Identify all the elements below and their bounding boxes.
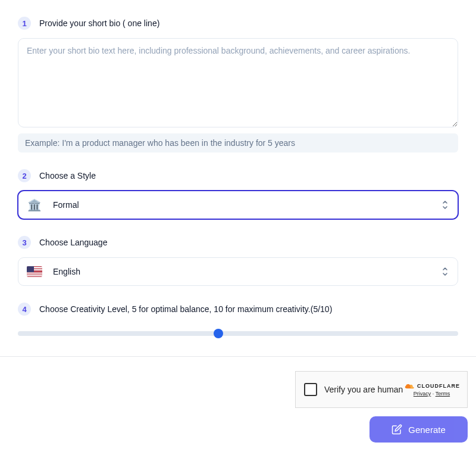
- captcha-brand: CLOUDFLARE Privacy · Terms: [403, 382, 460, 397]
- creativity-label-text: Choose Creativity Level, 5 for optimal b…: [39, 304, 311, 314]
- step-number-3: 3: [18, 236, 31, 249]
- step-label-style: Choose a Style: [39, 171, 96, 180]
- generate-button[interactable]: Generate: [369, 416, 468, 443]
- language-select[interactable]: English: [18, 257, 458, 286]
- language-value: English: [53, 267, 80, 276]
- step-style: 2 Choose a Style 🏛️ Formal: [18, 169, 458, 219]
- captcha-text: Verify you are human: [324, 385, 403, 394]
- style-select[interactable]: 🏛️ Formal: [18, 191, 458, 219]
- step-label-bio: Provide your short bio ( one line): [39, 18, 159, 28]
- step-number-1: 1: [18, 17, 31, 30]
- chevron-up-down-icon: [441, 200, 449, 210]
- dot-separator: ·: [431, 391, 435, 397]
- captcha-checkbox[interactable]: [304, 383, 317, 396]
- step-header: 1 Provide your short bio ( one line): [18, 17, 458, 30]
- step-number-2: 2: [18, 169, 31, 182]
- example-text: I'm a product manager who has been in th…: [62, 138, 295, 148]
- step-label-creativity: Choose Creativity Level, 5 for optimal b…: [39, 304, 332, 314]
- cloud-icon: [403, 382, 415, 390]
- cloudflare-word: CLOUDFLARE: [417, 383, 460, 389]
- bank-icon: 🏛️: [27, 198, 42, 212]
- step-language: 3 Choose Language English: [18, 236, 458, 286]
- footer: Verify you are human CLOUDFLARE Privacy …: [0, 357, 476, 443]
- step-bio: 1 Provide your short bio ( one line) Exa…: [18, 17, 458, 152]
- bio-input[interactable]: [18, 38, 458, 127]
- step-header: 3 Choose Language: [18, 236, 458, 249]
- captcha-links: Privacy · Terms: [414, 391, 450, 397]
- slider-thumb[interactable]: [214, 329, 223, 338]
- step-header: 4 Choose Creativity Level, 5 for optimal…: [18, 303, 458, 316]
- captcha-widget: Verify you are human CLOUDFLARE Privacy …: [295, 371, 468, 408]
- generate-label: Generate: [408, 425, 446, 435]
- captcha-left: Verify you are human: [304, 383, 403, 396]
- edit-icon: [392, 424, 402, 435]
- terms-link[interactable]: Terms: [436, 391, 450, 397]
- chevron-up-down-icon: [441, 266, 449, 277]
- example-prefix: Example:: [25, 138, 62, 148]
- style-value: Formal: [53, 200, 79, 210]
- example-bar: Example: I'm a product manager who has b…: [18, 133, 458, 152]
- flag-us-icon: [27, 266, 42, 277]
- creativity-slider-wrap: [18, 324, 458, 339]
- step-label-language: Choose Language: [39, 238, 107, 247]
- step-header: 2 Choose a Style: [18, 169, 458, 182]
- step-creativity: 4 Choose Creativity Level, 5 for optimal…: [18, 303, 458, 339]
- creativity-label-count: (5/10): [311, 304, 333, 314]
- creativity-slider[interactable]: [18, 331, 458, 336]
- privacy-link[interactable]: Privacy: [414, 391, 431, 397]
- step-number-4: 4: [18, 303, 31, 316]
- cloudflare-logo: CLOUDFLARE: [403, 382, 460, 390]
